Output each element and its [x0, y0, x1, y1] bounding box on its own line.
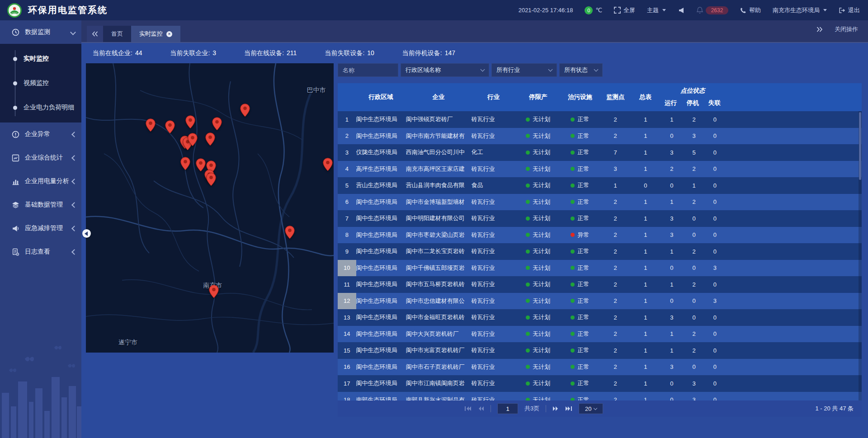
cell-industry: 化工 — [472, 144, 516, 161]
cell-company: 阆中大兴页岩机砖厂 — [406, 326, 472, 343]
map-pin-icon[interactable] — [212, 117, 222, 131]
table-row[interactable]: 13 阆中生态环境局 阆中市金福旺页岩机砖 砖瓦行业 无计划 正常 2 1 3 … — [338, 309, 862, 326]
double-chevron-right-icon[interactable] — [816, 27, 823, 32]
cell-company: 阆中市南方节能建材有 — [406, 128, 472, 145]
table-row[interactable]: 6 阆中生态环境局 阆中市金博瑞新型墙材 砖瓦行业 无计划 正常 2 1 1 2… — [338, 194, 862, 211]
page-size-select[interactable]: 20 — [579, 403, 603, 414]
speaker-icon[interactable] — [678, 7, 685, 14]
map-pin-icon[interactable] — [165, 120, 175, 134]
cell-lost: 0 — [704, 326, 725, 343]
map-pin-icon[interactable] — [180, 157, 190, 170]
cell-stop: 0 — [684, 309, 704, 326]
logout-button[interactable]: 退出 — [839, 6, 860, 14]
cell-points: 2 — [599, 128, 631, 145]
cell-company: 西南油气田分公司川中 — [406, 144, 472, 161]
sidebar-item-log-view[interactable]: 日志查看 — [0, 240, 81, 264]
map-pin-icon[interactable] — [196, 158, 206, 172]
table-row[interactable]: 2 阆中生态环境局 阆中市南方节能建材有 砖瓦行业 无计划 正常 2 1 0 3… — [338, 128, 862, 145]
tab-realtime-monitor[interactable]: 实时监控 × — [131, 26, 180, 42]
notifications[interactable]: 2632 — [697, 6, 728, 14]
sidebar-item-data-monitoring[interactable]: 数据监测 — [0, 20, 81, 44]
map-panel[interactable]: 巴中市 南充市 遂宁市 — [86, 63, 334, 353]
sidebar-item-power-analysis[interactable]: 企业用电量分析 — [0, 170, 81, 193]
table-row[interactable]: 11 阆中生态环境局 阆中市五马桥页岩机砖 砖瓦行业 无计划 正常 2 1 1 … — [338, 276, 862, 293]
table-row[interactable]: 1 阆中生态环境局 阆中强锐页岩砖厂 砖瓦行业 无计划 正常 2 1 1 2 0 — [338, 111, 862, 128]
scrollbar-thumb[interactable] — [859, 112, 861, 180]
fullscreen-button[interactable]: 全屏 — [614, 6, 635, 14]
cell-region: 阆中生态环境局 — [356, 359, 406, 376]
row-number: 7 — [338, 210, 356, 227]
sidebar-item-enterprise-abnormal[interactable]: 企业异常 — [0, 122, 81, 146]
page-number-input[interactable] — [497, 403, 518, 414]
cell-company: 阆中千佛镇五郎垭页岩 — [406, 260, 472, 277]
sidebar-subitem[interactable]: 企业电力负荷明细 — [0, 95, 81, 120]
table-row[interactable]: 15 阆中生态环境局 阆中市光富页岩机砖厂 砖瓦行业 无计划 正常 2 1 1 … — [338, 342, 862, 359]
tabs-scroll-left-button[interactable] — [87, 26, 103, 42]
sidebar-subitem[interactable]: 视频监控 — [0, 71, 81, 95]
chevron-left-icon — [71, 202, 77, 208]
row-number: 17 — [338, 375, 356, 392]
prev-page-button[interactable] — [478, 406, 484, 411]
map-pin-icon[interactable] — [206, 173, 216, 186]
table-row[interactable]: 18 南部生态环境局 南部县新兴水泥制品有 砖瓦行业 无计划 正常 2 1 0 … — [338, 392, 862, 401]
table-row[interactable]: 7 阆中生态环境局 阆中明阳建材有限公司 砖瓦行业 无计划 正常 2 1 3 0… — [338, 210, 862, 227]
row-number: 16 — [338, 359, 356, 376]
close-operations-button[interactable]: 关闭操作 — [835, 25, 858, 33]
sidebar-subitem[interactable]: 实时监控 — [0, 47, 81, 71]
col-header-region: 行政区域 — [356, 83, 406, 111]
theme-dropdown[interactable]: 主题 — [647, 6, 666, 14]
map-pin-icon[interactable] — [185, 115, 195, 129]
table-row[interactable]: 8 阆中生态环境局 阆中市枣碧大梁山页岩 砖瓦行业 无计划 异常 2 1 3 0… — [338, 227, 862, 244]
map-pin-icon[interactable] — [285, 226, 295, 239]
cell-company: 阆中市金博瑞新型墙材 — [406, 194, 472, 211]
status-dot — [571, 151, 575, 155]
region-filter-select[interactable]: 行政区域名称 — [401, 63, 489, 77]
sidebar-item-emergency-reduction[interactable]: 应急减排管理 — [0, 217, 81, 240]
phone-icon — [740, 7, 746, 14]
org-dropdown[interactable]: 南充市生态环境局 — [773, 6, 827, 14]
table-row[interactable]: 12 阆中生态环境局 阆中市忠信建材有限公 砖瓦行业 无计划 正常 2 1 0 … — [338, 293, 862, 310]
table-row[interactable]: 14 阆中生态环境局 阆中大兴页岩机砖厂 砖瓦行业 无计划 正常 2 1 1 2… — [338, 326, 862, 343]
cell-lost: 0 — [704, 194, 725, 211]
cell-stop: 3 — [684, 128, 704, 145]
table-row[interactable]: 5 营山生态环境局 营山县润丰肉食品有限 食品 无计划 正常 1 0 0 1 0 — [338, 177, 862, 194]
sidebar-collapse-button[interactable] — [82, 229, 91, 238]
map-pin-icon[interactable] — [188, 133, 198, 146]
table-scrollbar[interactable] — [859, 111, 862, 400]
name-filter-input[interactable] — [338, 63, 398, 77]
sidebar-item-enterprise-statistics[interactable]: 企业综合统计 — [0, 146, 81, 170]
cell-industry: 砖瓦行业 — [472, 276, 516, 293]
map-pin-icon[interactable] — [205, 132, 215, 146]
tab-home[interactable]: 首页 — [103, 26, 131, 42]
help-button[interactable]: 帮助 — [740, 6, 761, 14]
first-page-button[interactable] — [464, 406, 472, 411]
map-pin-icon[interactable] — [146, 118, 156, 132]
cell-lost: 0 — [704, 243, 725, 260]
cell-region: 阆中生态环境局 — [356, 342, 406, 359]
last-page-button[interactable] — [565, 406, 572, 411]
cell-limit: 无计划 — [516, 177, 561, 194]
chevron-left-icon — [71, 179, 77, 184]
table-row[interactable]: 10 阆中生态环境局 阆中千佛镇五郎垭页岩 砖瓦行业 无计划 正常 2 1 0 … — [338, 260, 862, 277]
cell-industry: 砖瓦行业 — [472, 161, 516, 178]
cell-points: 1 — [599, 177, 631, 194]
status-filter-select[interactable]: 所有状态 — [559, 63, 603, 77]
map-pin-icon[interactable] — [240, 104, 250, 117]
filter-row: 行政区域名称 所有行业 所有状态 — [338, 63, 862, 77]
table-row[interactable]: 17 阆中生态环境局 阆中市江南镇阆南页岩 砖瓦行业 无计划 正常 2 1 0 … — [338, 375, 862, 392]
map-pin-icon[interactable] — [209, 285, 219, 298]
map-pin-icon[interactable] — [323, 158, 333, 171]
tab-close-icon[interactable]: × — [166, 31, 172, 37]
next-page-button[interactable] — [552, 406, 559, 411]
map-roads — [86, 63, 334, 353]
cell-points: 2 — [599, 111, 631, 128]
table-row[interactable]: 9 阆中生态环境局 阆中市二龙长宝页岩砖 砖瓦行业 无计划 正常 2 1 1 2… — [338, 243, 862, 260]
cell-region: 阆中生态环境局 — [356, 260, 406, 277]
sidebar-item-base-data[interactable]: 基础数据管理 — [0, 193, 81, 217]
industry-filter-select[interactable]: 所有行业 — [491, 63, 557, 77]
table-row[interactable]: 3 仪陇生态环境局 西南油气田分公司川中 化工 无计划 正常 7 1 3 5 0 — [338, 144, 862, 161]
table-row[interactable]: 16 阆中生态环境局 阆中市石子页岩机砖厂 砖瓦行业 无计划 正常 2 1 3 … — [338, 359, 862, 376]
table-row[interactable]: 4 高坪生态环境局 南充市高坪区王家店建 砖瓦行业 无计划 正常 3 1 2 2… — [338, 161, 862, 178]
status-dot — [526, 151, 530, 155]
cell-stop: 2 — [684, 342, 704, 359]
